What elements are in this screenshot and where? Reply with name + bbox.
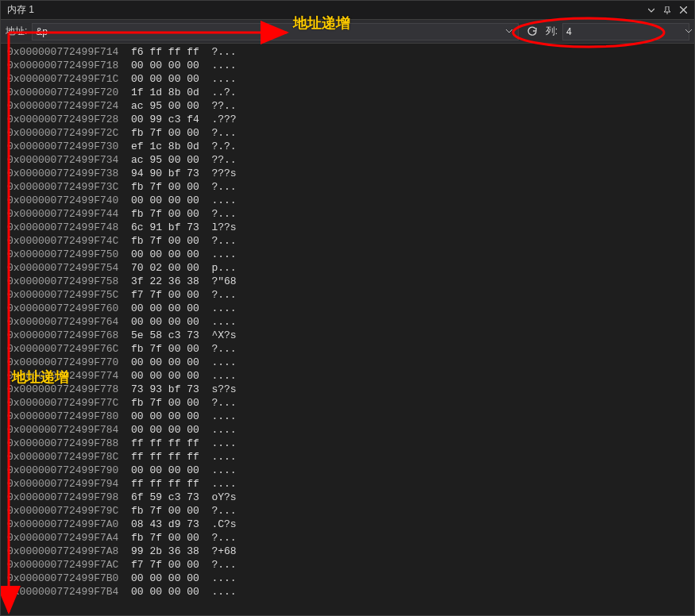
- memory-address: 0x000000772499F714: [7, 46, 118, 58]
- memory-row[interactable]: 0x000000772499F738 94 90 bf 73 ???s: [7, 167, 694, 180]
- memory-bytes: f6 ff ff ff: [118, 46, 199, 58]
- memory-bytes: f7 7f 00 00: [118, 289, 199, 301]
- memory-address: 0x000000772499F7A4: [7, 532, 118, 544]
- memory-address: 0x000000772499F76C: [7, 343, 118, 355]
- memory-ascii: ..?.: [199, 87, 237, 98]
- memory-address: 0x000000772499F7B4: [7, 586, 118, 598]
- memory-row[interactable]: 0x000000772499F744 fb 7f 00 00 ?...: [7, 207, 694, 221]
- memory-row[interactable]: 0x000000772499F74C fb 7f 00 00 ?...: [7, 234, 694, 248]
- memory-address: 0x000000772499F71C: [7, 73, 118, 85]
- memory-ascii: ?...: [199, 532, 237, 544]
- memory-ascii: ^X?s: [199, 329, 237, 341]
- memory-address: 0x000000772499F744: [7, 208, 118, 220]
- memory-bytes: 1f 1d 8b 0d: [118, 87, 199, 98]
- memory-row[interactable]: 0x000000772499F714 f6 ff ff ff ?...: [7, 45, 694, 59]
- memory-bytes: 00 00 00 00: [118, 248, 199, 260]
- memory-row[interactable]: 0x000000772499F780 00 00 00 00 ....: [7, 410, 694, 423]
- memory-bytes: 73 93 bf 73: [118, 383, 199, 395]
- memory-row[interactable]: 0x000000772499F770 00 00 00 00 ....: [7, 356, 694, 369]
- columns-label: 列:: [546, 25, 558, 38]
- memory-ascii: l??s: [199, 221, 237, 233]
- memory-ascii: p...: [199, 262, 237, 274]
- memory-row[interactable]: 0x000000772499F768 5e 58 c3 73 ^X?s: [7, 329, 694, 342]
- memory-ascii: ....: [199, 478, 237, 490]
- memory-row[interactable]: 0x000000772499F754 70 02 00 00 p...: [7, 261, 694, 275]
- memory-row[interactable]: 0x000000772499F720 1f 1d 8b 0d ..?.: [7, 86, 694, 99]
- memory-row[interactable]: 0x000000772499F798 6f 59 c3 73 oY?s: [7, 491, 694, 504]
- memory-view-wrap: 0x000000772499F714 f6 ff ff ff ?...0x000…: [1, 44, 694, 615]
- memory-ascii: ?...: [199, 181, 237, 193]
- memory-row[interactable]: 0x000000772499F778 73 93 bf 73 s??s: [7, 383, 694, 396]
- memory-ascii: ?...: [199, 46, 237, 58]
- memory-address: 0x000000772499F748: [7, 221, 118, 233]
- memory-bytes: 6f 59 c3 73: [118, 491, 199, 503]
- memory-bytes: 00 00 00 00: [118, 424, 199, 436]
- pin-icon: [663, 6, 671, 14]
- columns-field[interactable]: [562, 23, 689, 40]
- memory-ascii: ?...: [199, 289, 237, 301]
- memory-ascii: ?.?.: [199, 141, 237, 152]
- memory-ascii: ....: [199, 316, 237, 328]
- chevron-down-icon: [648, 7, 654, 13]
- memory-row[interactable]: 0x000000772499F71C 00 00 00 00 ....: [7, 72, 694, 86]
- memory-ascii: ....: [199, 572, 237, 584]
- memory-bytes: 70 02 00 00: [118, 262, 199, 274]
- memory-bytes: 00 00 00 00: [118, 370, 199, 382]
- memory-row[interactable]: 0x000000772499F788 ff ff ff ff ....: [7, 437, 694, 450]
- memory-view[interactable]: 0x000000772499F714 f6 ff ff ff ?...0x000…: [1, 44, 694, 615]
- chevron-down-icon: [685, 29, 692, 33]
- memory-bytes: fb 7f 00 00: [118, 532, 199, 544]
- memory-row[interactable]: 0x000000772499F75C f7 7f 00 00 ?...: [7, 288, 694, 302]
- memory-bytes: ff ff ff ff: [118, 451, 199, 463]
- memory-row[interactable]: 0x000000772499F7B0 00 00 00 00 ....: [7, 572, 694, 585]
- memory-ascii: ....: [199, 424, 237, 436]
- address-input[interactable]: [36, 26, 503, 37]
- memory-address: 0x000000772499F77C: [7, 397, 118, 409]
- memory-row[interactable]: 0x000000772499F760 00 00 00 00 ....: [7, 302, 694, 315]
- memory-ascii: ?...: [199, 559, 237, 571]
- window-menu-button[interactable]: [643, 2, 659, 18]
- memory-bytes: ac 95 00 00: [118, 100, 199, 112]
- address-field[interactable]: [32, 23, 518, 40]
- memory-ascii: ....: [199, 356, 237, 368]
- memory-row[interactable]: 0x000000772499F764 00 00 00 00 ....: [7, 315, 694, 329]
- close-button[interactable]: [675, 2, 691, 18]
- memory-row[interactable]: 0x000000772499F740 00 00 00 00 ....: [7, 194, 694, 207]
- refresh-button[interactable]: [523, 23, 541, 40]
- pin-button[interactable]: [659, 2, 675, 18]
- memory-bytes: fb 7f 00 00: [118, 397, 199, 409]
- memory-row[interactable]: 0x000000772499F7A0 08 43 d9 73 .C?s: [7, 518, 694, 531]
- memory-row[interactable]: 0x000000772499F728 00 99 c3 f4 .???: [7, 113, 694, 126]
- memory-ascii: ???s: [199, 167, 237, 179]
- memory-row[interactable]: 0x000000772499F784 00 00 00 00 ....: [7, 423, 694, 437]
- memory-row[interactable]: 0x000000772499F774 00 00 00 00 ....: [7, 369, 694, 383]
- memory-row[interactable]: 0x000000772499F790 00 00 00 00 ....: [7, 464, 694, 477]
- memory-address: 0x000000772499F758: [7, 275, 118, 287]
- memory-row[interactable]: 0x000000772499F78C ff ff ff ff ....: [7, 450, 694, 464]
- memory-bytes: fb 7f 00 00: [118, 181, 199, 193]
- memory-row[interactable]: 0x000000772499F72C fb 7f 00 00 ?...: [7, 126, 694, 140]
- memory-address: 0x000000772499F718: [7, 60, 118, 71]
- memory-row[interactable]: 0x000000772499F79C fb 7f 00 00 ?...: [7, 504, 694, 518]
- memory-row[interactable]: 0x000000772499F750 00 00 00 00 ....: [7, 248, 694, 261]
- columns-dropdown[interactable]: [685, 28, 692, 35]
- address-dropdown[interactable]: [504, 28, 515, 35]
- memory-row[interactable]: 0x000000772499F734 ac 95 00 00 ??..: [7, 153, 694, 167]
- memory-row[interactable]: 0x000000772499F7A8 99 2b 36 38 ?+68: [7, 545, 694, 558]
- memory-ascii: .???: [199, 114, 237, 125]
- memory-row[interactable]: 0x000000772499F730 ef 1c 8b 0d ?.?.: [7, 140, 694, 153]
- memory-row[interactable]: 0x000000772499F748 6c 91 bf 73 l??s: [7, 221, 694, 234]
- memory-row[interactable]: 0x000000772499F7B4 00 00 00 00 ....: [7, 585, 694, 599]
- memory-row[interactable]: 0x000000772499F77C fb 7f 00 00 ?...: [7, 396, 694, 410]
- memory-row[interactable]: 0x000000772499F73C fb 7f 00 00 ?...: [7, 180, 694, 194]
- memory-bytes: 00 00 00 00: [118, 302, 199, 314]
- memory-row[interactable]: 0x000000772499F758 3f 22 36 38 ?"68: [7, 275, 694, 288]
- columns-input[interactable]: [566, 26, 685, 37]
- memory-row[interactable]: 0x000000772499F7AC f7 7f 00 00 ?...: [7, 558, 694, 572]
- memory-address: 0x000000772499F754: [7, 262, 118, 274]
- memory-row[interactable]: 0x000000772499F794 ff ff ff ff ....: [7, 477, 694, 491]
- memory-row[interactable]: 0x000000772499F7A4 fb 7f 00 00 ?...: [7, 531, 694, 545]
- memory-row[interactable]: 0x000000772499F724 ac 95 00 00 ??..: [7, 99, 694, 113]
- memory-row[interactable]: 0x000000772499F76C fb 7f 00 00 ?...: [7, 342, 694, 356]
- memory-row[interactable]: 0x000000772499F718 00 00 00 00 ....: [7, 59, 694, 72]
